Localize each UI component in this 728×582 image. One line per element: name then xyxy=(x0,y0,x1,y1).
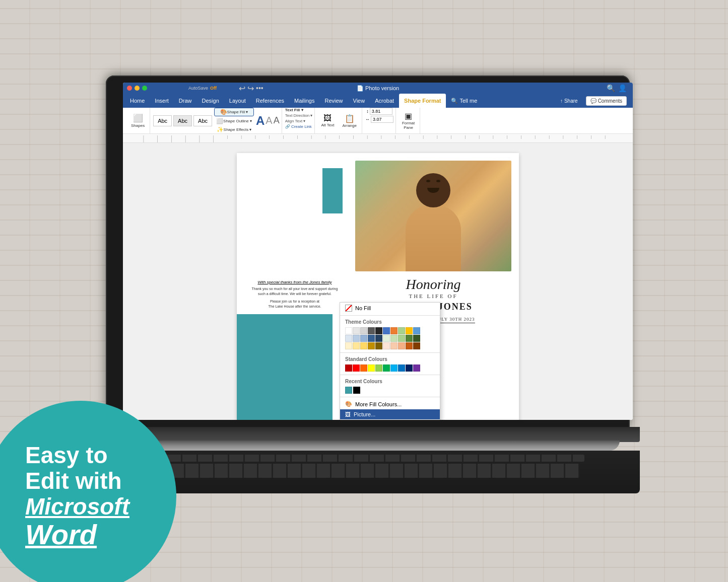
tab-acrobat[interactable]: Acrobat xyxy=(370,94,399,108)
swatch-darkblue[interactable] xyxy=(375,335,382,342)
tab-design[interactable]: Design xyxy=(197,94,224,108)
divider-4 xyxy=(340,397,440,397)
swatch-palblue2[interactable] xyxy=(353,335,360,342)
create-link-btn[interactable]: 🔗 Create Link xyxy=(285,124,312,129)
shapes-section: ⬜ Shapes xyxy=(126,108,150,133)
tab-tell-me[interactable]: 🔍 Tell me xyxy=(446,94,482,108)
close-button[interactable] xyxy=(127,86,132,91)
title-bar: AutoSave Off ↩ ↪ ••• 📄 Photo version 🔍 👤 xyxy=(123,83,633,94)
style-preset-1[interactable]: Abc xyxy=(153,115,172,126)
shape-effects-button[interactable]: ✨ Shape Effects ▾ xyxy=(214,126,254,133)
style-section: Abc Abc Abc 🎨 Shape Fill ▾ ⬜ Shape Outli… xyxy=(151,108,282,133)
title-bar-right: 🔍 👤 xyxy=(607,84,627,92)
undo-icon[interactable]: ↩ xyxy=(239,84,245,93)
redo-icon[interactable]: ↪ xyxy=(247,84,254,93)
no-fill-option[interactable]: No Fill xyxy=(340,303,440,314)
swatch-lightblue[interactable] xyxy=(413,327,420,334)
gradient-option[interactable]: ▭ Gradient ▶ xyxy=(340,419,440,420)
swatch-recent-black[interactable] xyxy=(353,387,360,394)
swatch-green[interactable] xyxy=(398,327,405,334)
swatch-palorange3[interactable] xyxy=(398,342,405,349)
swatch-darkorange[interactable] xyxy=(413,342,420,349)
align-text-btn[interactable]: Align Text ▾ xyxy=(285,119,306,123)
swatch-palyellow1[interactable] xyxy=(345,342,352,349)
recent-colours-label: Recent Colours xyxy=(340,377,440,385)
swatch-recent-teal[interactable] xyxy=(345,387,352,394)
swatch-palorange2[interactable] xyxy=(390,342,398,349)
tab-references[interactable]: References xyxy=(251,94,289,108)
comments-button[interactable]: 💬 Comments xyxy=(586,96,627,106)
swatch-orange[interactable] xyxy=(390,327,398,334)
swatch-cyan[interactable] xyxy=(390,365,398,372)
tab-layout[interactable]: Layout xyxy=(224,94,251,108)
maximize-button[interactable] xyxy=(142,86,147,91)
height-input[interactable] xyxy=(370,108,392,115)
tab-review[interactable]: Review xyxy=(319,94,348,108)
swatch-palyellow2[interactable] xyxy=(353,342,360,349)
text-style-a2[interactable]: A xyxy=(266,115,272,126)
tab-insert[interactable]: Insert xyxy=(150,94,174,108)
teal-main-shape xyxy=(237,314,333,420)
width-input[interactable] xyxy=(371,116,393,123)
swatch-yellow[interactable] xyxy=(368,365,375,372)
swatch-palgreen1[interactable] xyxy=(383,335,390,342)
swatch-green2[interactable] xyxy=(383,365,390,372)
more-icon[interactable]: ••• xyxy=(256,84,263,92)
swatch-white[interactable] xyxy=(345,327,352,334)
swatch-gold[interactable] xyxy=(406,327,413,334)
shape-outline-button[interactable]: ⬜ Shape Outline ▾ xyxy=(214,117,254,125)
arrange-icon: 📋 xyxy=(345,114,355,123)
swatch-medgreen[interactable] xyxy=(406,335,413,342)
arrange-button[interactable]: 📋 Arrange xyxy=(339,112,359,129)
swatch-lightgray[interactable] xyxy=(353,327,360,334)
special-thanks-text: Thank you so much for all your love and … xyxy=(247,286,343,297)
swatch-darkorange2[interactable] xyxy=(360,365,367,372)
tab-view[interactable]: View xyxy=(348,94,370,108)
swatch-blue[interactable] xyxy=(383,327,390,334)
swatch-medorange[interactable] xyxy=(406,342,413,349)
swatch-lime[interactable] xyxy=(375,365,382,372)
swatch-palorange1[interactable] xyxy=(383,342,390,349)
swatch-palgreen2[interactable] xyxy=(390,335,398,342)
swatch-darkgreen[interactable] xyxy=(413,335,420,342)
swatch-darkgray[interactable] xyxy=(368,327,375,334)
doc-left-panel: With special thanks from the Jones famil… xyxy=(237,153,348,420)
swatch-palgreen3[interactable] xyxy=(398,335,405,342)
share-button[interactable]: ↑ Share xyxy=(555,97,583,105)
recent-color-row xyxy=(340,385,440,395)
swatch-palblue1[interactable] xyxy=(345,335,352,342)
search-icon[interactable]: 🔍 xyxy=(607,84,615,92)
picture-option[interactable]: 🖼 Picture... xyxy=(340,409,440,419)
format-pane-button[interactable]: ▣ FormatPane xyxy=(399,110,418,131)
style-preset-3[interactable]: Abc xyxy=(193,115,212,126)
swatch-medyellow[interactable] xyxy=(368,342,375,349)
swatch-darkblue2[interactable] xyxy=(406,365,413,372)
swatch-palblue3[interactable] xyxy=(360,335,367,342)
swatch-palyellow3[interactable] xyxy=(360,342,367,349)
style-preset-2[interactable]: Abc xyxy=(173,115,192,126)
swatch-blue2[interactable] xyxy=(398,365,405,372)
tab-mailings[interactable]: Mailings xyxy=(289,94,319,108)
tab-shape-format[interactable]: Shape Format xyxy=(399,94,446,108)
tab-draw[interactable]: Draw xyxy=(174,94,197,108)
color-fill-dropdown: No Fill Theme Colours xyxy=(340,302,440,420)
text-direction-btn[interactable]: Text Direction ▾ xyxy=(285,113,313,118)
swatch-gray1[interactable] xyxy=(360,327,367,334)
swatch-purple[interactable] xyxy=(413,365,420,372)
swatch-darkyellow[interactable] xyxy=(375,342,382,349)
person-icon[interactable]: 👤 xyxy=(618,84,627,92)
text-style-a1[interactable]: A xyxy=(256,114,264,128)
tab-home[interactable]: Home xyxy=(125,94,150,108)
swatch-red[interactable] xyxy=(353,365,360,372)
text-style-a3[interactable]: A xyxy=(274,115,280,126)
swatch-darkred[interactable] xyxy=(345,365,352,372)
alt-text-icon: 🖼 xyxy=(323,114,332,123)
swatch-medblue[interactable] xyxy=(368,335,375,342)
shape-fill-button[interactable]: 🎨 Shape Fill ▾ xyxy=(214,108,254,116)
swatch-nearblack[interactable] xyxy=(375,327,382,334)
more-fill-colours-option[interactable]: 🎨 More Fill Colours... xyxy=(340,399,440,409)
alt-text-button[interactable]: 🖼 Alt Text xyxy=(318,112,337,129)
minimize-button[interactable] xyxy=(135,86,140,91)
picture-icon: 🖼 xyxy=(345,411,351,417)
shapes-button[interactable]: ⬜ Shapes xyxy=(128,112,148,129)
